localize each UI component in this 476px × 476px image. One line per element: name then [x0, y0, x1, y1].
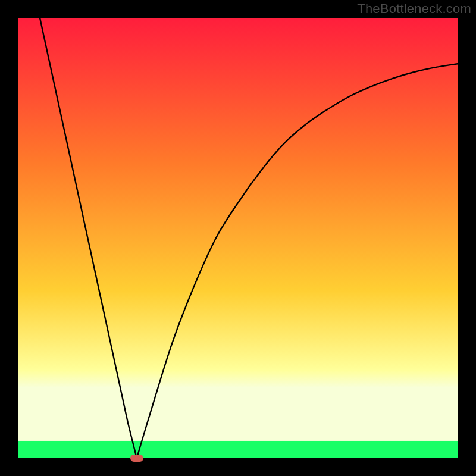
chart-frame: TheBottleneck.com — [0, 0, 476, 476]
bottleneck-curve — [18, 18, 458, 458]
curve-left-segment — [40, 18, 137, 458]
trough-marker — [130, 455, 143, 462]
watermark-text: TheBottleneck.com — [357, 1, 471, 17]
curve-right-segment — [137, 64, 458, 458]
